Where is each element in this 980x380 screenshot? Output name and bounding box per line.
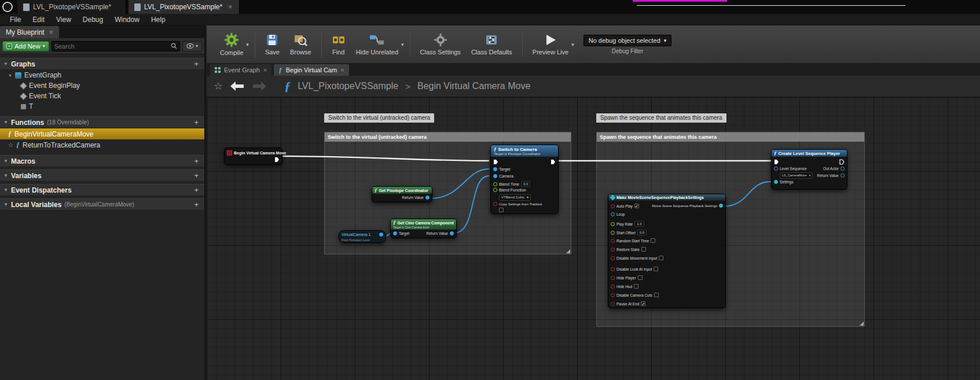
sidebar-item-event-tick[interactable]: Event Tick (0, 91, 204, 101)
back-arrow-icon[interactable] (230, 81, 245, 91)
bool-pin[interactable] (611, 239, 615, 243)
float-pin[interactable] (611, 222, 615, 226)
checkbox[interactable] (499, 208, 504, 212)
play-rate-field[interactable]: 1.0 (634, 221, 644, 227)
menu-window[interactable]: Window (109, 14, 145, 25)
close-icon[interactable]: × (263, 67, 267, 73)
preview-live-button[interactable]: Preview Live (527, 31, 574, 58)
exec-in-pin[interactable] (774, 159, 779, 165)
menu-file[interactable]: File (5, 14, 26, 25)
exec-out-pin[interactable] (550, 159, 556, 165)
checkbox[interactable] (634, 284, 638, 289)
float-pin[interactable] (611, 231, 615, 235)
close-icon[interactable]: × (49, 28, 53, 36)
sidebar-item-returntotrackedcamera[interactable]: ☆ ƒ ReturnToTrackedCamera (0, 139, 204, 150)
struct-pin[interactable] (611, 212, 615, 216)
object-pin[interactable] (379, 233, 383, 237)
node-virtualcamera1-get[interactable]: VirtualCamera 1 From Persistent Level (339, 230, 386, 243)
debug-object-dropdown[interactable]: No debug object selected ▾ (583, 35, 672, 46)
section-macros[interactable]: ▼ Macros + (0, 155, 204, 167)
bool-pin[interactable] (611, 302, 615, 306)
chevron-down-icon[interactable]: ▾ (401, 42, 404, 47)
add-dispatcher-button[interactable]: + (192, 186, 201, 194)
search-box[interactable] (52, 41, 180, 51)
comment-header[interactable]: Switch to the virtual (untracked) camera (325, 132, 571, 142)
node-get-pixotope-coordinator[interactable]: ƒGet Pixotope Coordinator Return Value (372, 186, 432, 202)
checkbox[interactable] (654, 293, 659, 297)
bool-pin[interactable] (611, 293, 615, 297)
tab-begin-virtual-cam[interactable]: ƒ Begin Virtual Cam × (274, 64, 348, 76)
enum-pin[interactable] (493, 188, 497, 192)
sidebar-item-event-beginplay[interactable]: Event BeginPlay (0, 80, 204, 91)
section-event-dispatchers[interactable]: ▼ Event Dispatchers + (0, 184, 204, 196)
section-graphs[interactable]: ▼ Graphs + (0, 58, 204, 70)
level-sequence-dropdown[interactable]: LS_CameraMove ▾ (780, 172, 813, 179)
add-local-variable-button[interactable]: + (192, 200, 201, 209)
window-tab-level[interactable]: LVL_PixotopeVSSample* (17, 0, 126, 14)
add-function-button[interactable]: + (192, 118, 201, 127)
checkbox[interactable] (634, 204, 639, 208)
menu-help[interactable]: Help (146, 14, 171, 25)
start-offset-field[interactable]: 0.0 (637, 230, 647, 235)
node-switch-to-camera[interactable]: ƒSwitch to Camera Target is Pixotope Coo… (490, 145, 559, 214)
section-functions[interactable]: ▼ Functions (18 Overridable) + (0, 116, 204, 128)
asset-pin[interactable] (774, 167, 778, 171)
close-icon[interactable]: × (340, 67, 344, 73)
checkbox[interactable] (641, 247, 646, 252)
graph-canvas[interactable]: Switch to the virtual (untracked) camera… (207, 97, 980, 380)
object-pin[interactable] (493, 174, 497, 178)
menu-view[interactable]: View (51, 14, 76, 25)
add-new-button[interactable]: + Add New ▾ (2, 41, 49, 51)
blend-function-dropdown[interactable]: VTBlend Cubic ▾ (499, 194, 531, 201)
bool-pin[interactable] (611, 285, 615, 289)
comment-resize-handle[interactable] (860, 322, 864, 326)
checkbox[interactable] (651, 238, 655, 243)
bool-pin[interactable] (611, 267, 615, 271)
section-local-variables[interactable]: ▼ Local Variables (BeginVirtualCameraMov… (0, 198, 204, 211)
comment-header[interactable]: Spawn the sequence that animates this ca… (597, 132, 864, 142)
object-pin[interactable] (493, 167, 497, 171)
bookmark-star-icon[interactable]: ☆ (214, 80, 223, 93)
sidebar-item-eventgraph[interactable]: ▼ EventGraph (0, 70, 204, 80)
node-header[interactable]: Make MovieSceneSequencePlaybackSettings (608, 194, 725, 201)
window-tab-blueprint[interactable]: LVL_PixotopeVSSample* × (129, 0, 240, 14)
exec-out-pin[interactable] (839, 159, 845, 165)
node-header[interactable]: ƒCreate Level Sequence Player (772, 150, 847, 157)
checkbox[interactable] (659, 256, 663, 260)
node-header[interactable]: ƒSwitch to Camera Target is Pixotope Coo… (491, 145, 558, 157)
sidebar-item-t[interactable]: T (0, 101, 204, 112)
add-macro-button[interactable]: + (192, 157, 201, 165)
section-variables[interactable]: ▼ Variables + (0, 169, 204, 182)
bool-pin[interactable] (611, 204, 615, 208)
node-header[interactable]: ƒGet Cine Camera Component Target is Cin… (391, 219, 456, 230)
search-input[interactable] (54, 43, 171, 50)
object-pin[interactable] (450, 231, 454, 235)
bool-pin[interactable] (493, 202, 497, 206)
class-defaults-button[interactable]: Class Defaults (466, 31, 517, 58)
forward-arrow-icon[interactable] (252, 81, 267, 91)
checkbox[interactable] (638, 275, 643, 280)
object-pin[interactable] (425, 195, 430, 200)
breadcrumb-root[interactable]: LVL_PixotopeVSSample (298, 81, 398, 91)
node-get-cine-camera-component[interactable]: ƒGet Cine Camera Component Target is Cin… (390, 219, 457, 238)
node-make-playback-settings[interactable]: Make MovieSceneSequencePlaybackSettings … (608, 194, 726, 308)
browse-button[interactable]: Browse (285, 31, 317, 58)
hide-unrelated-button[interactable]: Hide Unrelated (351, 31, 403, 58)
object-pin[interactable] (393, 231, 397, 235)
class-settings-button[interactable]: Class Settings (415, 31, 466, 58)
object-pin[interactable] (840, 174, 845, 178)
bool-pin[interactable] (611, 248, 615, 252)
node-create-level-sequence-player[interactable]: ƒCreate Level Sequence Player Level Sequ… (771, 149, 847, 190)
add-graph-button[interactable]: + (192, 60, 201, 68)
compile-button[interactable]: Compile (215, 30, 248, 58)
blend-time-field[interactable]: 0.0 (521, 181, 530, 187)
sidebar-item-beginvirtualcameramove[interactable]: ƒ BeginVirtualCameraMove (0, 128, 204, 139)
save-button[interactable]: Save (260, 31, 285, 58)
add-variable-button[interactable]: + (192, 171, 201, 180)
node-begin-virtual-camera-move[interactable]: Begin Virtual Camera Move (224, 147, 282, 165)
bool-pin[interactable] (611, 256, 615, 260)
menu-debug[interactable]: Debug (78, 14, 108, 25)
triangle-down-icon[interactable]: ▼ (8, 73, 12, 78)
tab-my-blueprint[interactable]: My Blueprint × (0, 26, 59, 38)
node-header[interactable]: ƒGet Pixotope Coordinator (372, 187, 432, 194)
